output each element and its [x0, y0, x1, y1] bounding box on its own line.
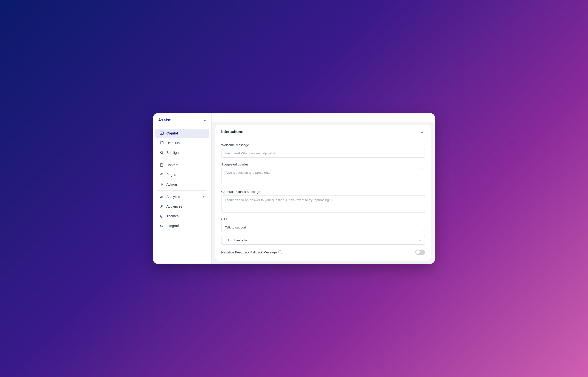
suggested-queries-label: Suggested queries	[221, 163, 425, 166]
themes-icon	[160, 214, 164, 218]
sidebar-item-themes[interactable]: Themes	[155, 212, 209, 221]
audiences-icon	[160, 204, 164, 209]
spotlight-icon	[160, 151, 164, 155]
sidebar-item-copilot[interactable]: Copilot	[155, 129, 209, 138]
sidebar-item-pages-label: Pages	[166, 173, 205, 177]
actions-icon	[160, 182, 164, 187]
svg-rect-5	[163, 196, 163, 198]
interactions-panel: Interactions ▲ Welcome Message Suggested…	[215, 125, 431, 261]
integrations-icon	[160, 224, 164, 228]
sidebar-item-actions[interactable]: Actions	[155, 180, 209, 189]
app-window: Assist ▲ Copilot	[153, 113, 435, 264]
sidebar-item-integrations-label: Integrations	[166, 224, 205, 228]
interactions-collapse-button[interactable]: ▲	[419, 130, 425, 134]
cta-text-input[interactable]	[221, 223, 425, 232]
helphub-icon	[160, 141, 164, 145]
svg-point-8	[161, 216, 162, 217]
cta-dropdown-chevron: ▼	[419, 239, 421, 242]
sidebar-item-analytics[interactable]: Analytics ▼	[155, 192, 209, 201]
sidebar-item-helphub-label: HelpHub	[166, 141, 205, 145]
cta-label: CTA	[221, 217, 425, 221]
welcome-message-label: Welcome Message	[221, 143, 425, 147]
negative-feedback-label: Negative Feedback Fallback Message i	[221, 250, 282, 254]
sidebar-collapse-icon[interactable]: ▲	[203, 118, 206, 122]
cta-dropdown-value: Freshchat	[234, 238, 417, 242]
interactions-body: Welcome Message Suggested queries Genera…	[215, 138, 431, 261]
sidebar-item-analytics-label: Analytics	[166, 195, 200, 199]
sidebar-item-actions-label: Actions	[166, 182, 205, 186]
divider-2	[157, 190, 207, 191]
negative-feedback-row: Negative Feedback Fallback Message i	[221, 249, 425, 255]
analytics-icon	[160, 195, 164, 199]
welcome-message-group: Welcome Message	[221, 143, 425, 158]
sidebar-item-spotlight[interactable]: Spotlight	[155, 148, 209, 157]
cta-group: CTA Freshchat ▼	[221, 217, 425, 245]
copilot-icon	[160, 131, 164, 135]
svg-rect-4	[162, 196, 162, 198]
fallback-message-input[interactable]	[221, 196, 425, 212]
sidebar-item-pages[interactable]: Pages	[155, 170, 209, 179]
sidebar-item-content-label: Content	[166, 163, 205, 167]
sidebar-item-spotlight-label: Spotlight	[166, 151, 205, 154]
suggested-queries-input[interactable]	[221, 168, 425, 185]
sidebar-title: Assist	[158, 118, 171, 123]
sidebar-item-copilot-label: Copilot	[166, 131, 205, 135]
interactions-header: Interactions ▲	[215, 125, 431, 138]
svg-point-2	[162, 175, 162, 175]
welcome-message-input[interactable]	[221, 149, 425, 158]
fallback-message-group: General Fallback Message	[221, 190, 425, 212]
sidebar-header: Assist ▲	[153, 113, 211, 126]
sidebar-item-audiences-label: Audiences	[166, 204, 205, 208]
content-icon	[160, 163, 164, 167]
sidebar-item-helphub[interactable]: HelpHub	[155, 138, 209, 148]
negative-feedback-toggle[interactable]	[415, 249, 425, 255]
interactions-title: Interactions	[221, 130, 243, 134]
sidebar-item-themes-label: Themes	[166, 214, 205, 218]
svg-rect-3	[160, 197, 161, 198]
fallback-message-label: General Fallback Message	[221, 190, 425, 194]
pages-icon	[160, 173, 164, 177]
cta-dropdown[interactable]: Freshchat ▼	[221, 236, 425, 245]
suggested-queries-group: Suggested queries	[221, 163, 425, 185]
analytics-arrow: ▼	[202, 196, 205, 198]
main-content: Interactions ▲ Welcome Message Suggested…	[212, 113, 435, 264]
sidebar-item-integrations[interactable]: Integrations	[155, 221, 209, 230]
sidebar-item-audiences[interactable]: Audiences	[155, 202, 209, 211]
sidebar-nav: Copilot HelpHub	[153, 126, 211, 264]
sidebar-item-content[interactable]: Content	[155, 160, 209, 170]
top-bar	[212, 113, 435, 122]
svg-point-6	[161, 205, 163, 206]
cta-dropdown-icon	[225, 238, 232, 242]
divider-1	[157, 159, 207, 159]
sidebar: Assist ▲ Copilot	[153, 113, 212, 264]
negative-feedback-info-icon[interactable]: i	[278, 250, 282, 254]
